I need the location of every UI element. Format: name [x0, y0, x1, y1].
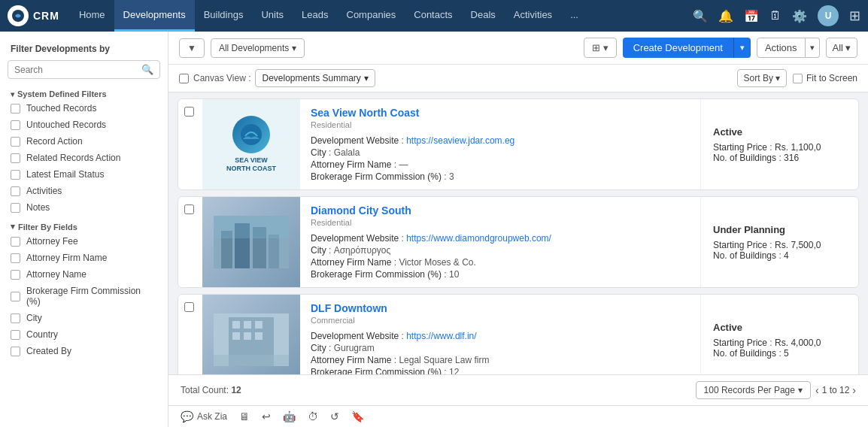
svg-rect-7 [214, 216, 289, 238]
actions-button[interactable]: Actions [757, 38, 806, 58]
filter-touched-records[interactable]: Touched Records [0, 100, 168, 117]
system-filters-section[interactable]: ▾ System Defined Filters [0, 85, 168, 100]
record-checkbox-2[interactable] [184, 204, 194, 214]
bot-item[interactable]: 🤖 [283, 410, 296, 422]
record-img-2 [202, 197, 300, 287]
search-box[interactable]: 🔍 [8, 60, 160, 79]
nav-developments[interactable]: Developments [114, 0, 195, 32]
filter-attorney-name[interactable]: Attorney Name [0, 266, 168, 283]
create-development-button[interactable]: Create Development [623, 38, 733, 58]
search-input[interactable] [14, 65, 141, 75]
record-name-3[interactable]: DLF Downtown [311, 302, 690, 314]
checkbox-city[interactable] [11, 313, 20, 323]
checkbox-attorney-fee[interactable] [11, 237, 20, 247]
fields-section[interactable]: ▾ Filter By Fields [0, 216, 168, 233]
create-development-group: Create Development ▾ [623, 38, 751, 58]
filter-activities[interactable]: Activities [0, 183, 168, 199]
checkbox-attorney-name[interactable] [11, 270, 20, 280]
field-city-3: City : Gurugram [311, 343, 690, 353]
filter-related-records-action[interactable]: Related Records Action [0, 150, 168, 166]
nav-buildings[interactable]: Buildings [195, 0, 253, 32]
nav-leads[interactable]: Leads [293, 0, 337, 32]
refresh-item[interactable]: ↺ [330, 410, 339, 422]
checkbox-country[interactable] [11, 330, 20, 340]
field-website-1: Development Website : https://seaview.jd… [311, 135, 690, 146]
filter-button[interactable]: ▼ [179, 38, 205, 58]
ask-zia-item[interactable]: 💬 Ask Zia [181, 410, 227, 422]
nav-companies[interactable]: Companies [338, 0, 405, 32]
next-page-button[interactable]: › [852, 384, 856, 396]
record-body-1: Sea View North Coast Residential Develop… [300, 99, 700, 189]
calendar-icon[interactable]: 📅 [744, 9, 759, 23]
svg-rect-11 [244, 321, 251, 329]
nav-more[interactable]: ... [561, 0, 587, 32]
filter-attorney-firm-name[interactable]: Attorney Firm Name [0, 250, 168, 266]
record-img-3 [202, 295, 300, 374]
screen-item[interactable]: 🖥 [239, 410, 250, 422]
record-name-1[interactable]: Sea View North Coast [311, 107, 690, 119]
svg-rect-10 [232, 321, 240, 329]
create-development-dropdown-arrow[interactable]: ▾ [733, 38, 751, 58]
checkbox-untouched-records[interactable] [11, 120, 20, 130]
field-brokerage-1: Brokerage Firm Commission (%) : 3 [311, 171, 690, 182]
nav-units[interactable]: Units [252, 0, 293, 32]
checkbox-brokerage-commission[interactable] [11, 292, 20, 301]
nav-deals[interactable]: Deals [462, 0, 505, 32]
filter-brokerage-commission[interactable]: Brokerage Firm Commission (%) [0, 283, 168, 310]
all-developments-dropdown[interactable]: All Developments ▾ [211, 38, 305, 58]
checkbox-record-action[interactable] [11, 137, 20, 147]
prev-page-button[interactable]: ‹ [815, 384, 819, 396]
record-fields-3: Development Website : https://www.dlf.in… [311, 331, 690, 374]
bookmark-item[interactable]: 🔖 [351, 410, 364, 422]
checkbox-touched-records[interactable] [11, 104, 20, 114]
sort-by-button[interactable]: Sort By ▾ [737, 69, 787, 87]
view-toggle-button[interactable]: ⊞ ▾ [584, 38, 617, 58]
checkbox-latest-email-status[interactable] [11, 170, 20, 180]
actions-dropdown-arrow[interactable]: ▾ [806, 38, 820, 58]
status-badge-2: Under Planning [713, 224, 846, 235]
chevron-down-icon-sort: ▾ [775, 73, 780, 83]
nav-home[interactable]: Home [70, 0, 114, 32]
app-logo[interactable]: CRM [8, 5, 59, 26]
bell-icon[interactable]: 🔔 [718, 9, 733, 23]
all-filter-button[interactable]: All ▾ [826, 38, 857, 58]
filter-icon: ▼ [187, 43, 196, 53]
checkbox-notes[interactable] [11, 203, 20, 213]
filter-city[interactable]: City [0, 310, 168, 326]
timer-item[interactable]: ⏱ [308, 410, 318, 422]
grid-icon[interactable]: ⊞ [849, 8, 860, 24]
search-icon[interactable]: 🔍 [693, 9, 708, 23]
svg-rect-13 [232, 332, 240, 340]
undo-icon: ↩ [262, 410, 271, 422]
filter-record-action[interactable]: Record Action [0, 133, 168, 150]
undo-item[interactable]: ↩ [262, 410, 271, 422]
field-brokerage-3: Brokerage Firm Commission (%) : 12 [311, 367, 690, 374]
fit-to-screen-label[interactable]: Fit to Screen [793, 73, 857, 83]
user-avatar[interactable]: U [818, 5, 839, 26]
filter-created-by[interactable]: Created By [0, 343, 168, 359]
filter-country[interactable]: Country [0, 326, 168, 343]
filter-untouched-records[interactable]: Untouched Records [0, 117, 168, 133]
select-all-checkbox[interactable] [179, 74, 189, 83]
filter-attorney-fee[interactable]: Attorney Fee [0, 233, 168, 250]
nav-activities[interactable]: Activities [505, 0, 561, 32]
buildings-label-3: No. of Buildings : 5 [713, 348, 846, 359]
checkbox-attorney-firm-name[interactable] [11, 253, 20, 263]
checkbox-activities[interactable] [11, 186, 20, 196]
record-checkbox-3[interactable] [184, 302, 194, 312]
record-checkbox-col-2 [178, 197, 202, 287]
settings-icon[interactable]: ⚙️ [792, 9, 807, 23]
canvas-view-dropdown[interactable]: Developments Summary ▾ [255, 69, 375, 87]
record-name-2[interactable]: Diamond City South [311, 204, 690, 217]
canvas-right: Sort By ▾ Fit to Screen [737, 69, 857, 87]
main-toolbar: ▼ All Developments ▾ ⊞ ▾ Create Developm… [168, 32, 868, 65]
filter-notes[interactable]: Notes [0, 199, 168, 216]
checkbox-related-records-action[interactable] [11, 153, 20, 163]
filter-latest-email-status[interactable]: Latest Email Status [0, 166, 168, 183]
calendar2-icon[interactable]: 🗓 [769, 9, 782, 23]
checkbox-created-by[interactable] [11, 347, 20, 356]
fit-screen-checkbox[interactable] [793, 74, 803, 83]
record-checkbox-1[interactable] [184, 107, 194, 117]
per-page-button[interactable]: 100 Records Per Page ▾ [696, 381, 811, 399]
nav-contacts[interactable]: Contacts [405, 0, 461, 32]
